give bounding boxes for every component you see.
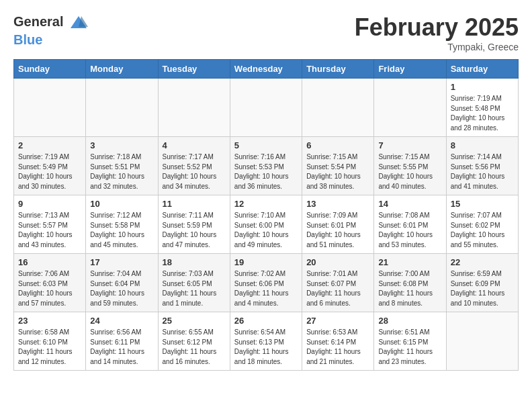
day-number: 27 xyxy=(306,316,369,326)
day-info: Sunrise: 7:12 AM Sunset: 5:58 PM Dayligh… xyxy=(90,211,153,250)
day-number: 12 xyxy=(234,199,298,209)
day-info: Sunrise: 7:17 AM Sunset: 5:52 PM Dayligh… xyxy=(163,152,226,191)
calendar-day-cell: 10Sunrise: 7:12 AM Sunset: 5:58 PM Dayli… xyxy=(86,195,158,254)
logo: General Blue xyxy=(13,13,88,47)
day-info: Sunrise: 7:19 AM Sunset: 5:48 PM Dayligh… xyxy=(451,94,514,133)
day-info: Sunrise: 7:15 AM Sunset: 5:54 PM Dayligh… xyxy=(306,152,369,191)
calendar-table: SundayMondayTuesdayWednesdayThursdayFrid… xyxy=(13,59,519,371)
weekday-header: Saturday xyxy=(446,60,518,79)
day-number: 14 xyxy=(378,199,441,209)
day-number: 6 xyxy=(306,140,369,150)
weekday-header: Monday xyxy=(86,60,158,79)
day-number: 9 xyxy=(18,199,81,209)
logo-icon xyxy=(69,13,88,32)
calendar-day-cell: 18Sunrise: 7:03 AM Sunset: 6:05 PM Dayli… xyxy=(158,254,230,312)
calendar-week-row: 16Sunrise: 7:06 AM Sunset: 6:03 PM Dayli… xyxy=(14,254,519,312)
calendar-week-row: 9Sunrise: 7:13 AM Sunset: 5:57 PM Daylig… xyxy=(14,195,519,254)
calendar-day-cell: 2Sunrise: 7:19 AM Sunset: 5:49 PM Daylig… xyxy=(14,137,86,195)
day-info: Sunrise: 7:09 AM Sunset: 6:01 PM Dayligh… xyxy=(306,211,369,250)
calendar-day-cell xyxy=(230,79,302,137)
day-info: Sunrise: 7:02 AM Sunset: 6:06 PM Dayligh… xyxy=(234,269,298,308)
calendar-day-cell xyxy=(86,79,158,137)
calendar-day-cell: 21Sunrise: 7:00 AM Sunset: 6:08 PM Dayli… xyxy=(374,254,446,312)
weekday-header: Tuesday xyxy=(158,60,230,79)
day-info: Sunrise: 7:18 AM Sunset: 5:51 PM Dayligh… xyxy=(90,152,153,191)
calendar-day-cell: 14Sunrise: 7:08 AM Sunset: 6:01 PM Dayli… xyxy=(374,195,446,254)
day-info: Sunrise: 6:53 AM Sunset: 6:14 PM Dayligh… xyxy=(306,328,369,367)
calendar-day-cell: 11Sunrise: 7:11 AM Sunset: 5:59 PM Dayli… xyxy=(158,195,230,254)
calendar-day-cell: 6Sunrise: 7:15 AM Sunset: 5:54 PM Daylig… xyxy=(302,137,374,195)
calendar-day-cell: 7Sunrise: 7:15 AM Sunset: 5:55 PM Daylig… xyxy=(374,137,446,195)
day-number: 16 xyxy=(18,257,81,267)
calendar-day-cell xyxy=(158,79,230,137)
day-number: 15 xyxy=(451,199,514,209)
calendar-day-cell: 13Sunrise: 7:09 AM Sunset: 6:01 PM Dayli… xyxy=(302,195,374,254)
location: Tympaki, Greece xyxy=(355,42,519,52)
calendar-day-cell: 4Sunrise: 7:17 AM Sunset: 5:52 PM Daylig… xyxy=(158,137,230,195)
day-number: 8 xyxy=(451,140,514,150)
calendar-day-cell: 20Sunrise: 7:01 AM Sunset: 6:07 PM Dayli… xyxy=(302,254,374,312)
weekday-header: Friday xyxy=(374,60,446,79)
logo-general: General xyxy=(13,13,88,32)
day-number: 26 xyxy=(234,316,298,326)
day-number: 10 xyxy=(90,199,153,209)
weekday-header: Wednesday xyxy=(230,60,302,79)
day-info: Sunrise: 7:13 AM Sunset: 5:57 PM Dayligh… xyxy=(18,211,81,250)
calendar-day-cell: 22Sunrise: 6:59 AM Sunset: 6:09 PM Dayli… xyxy=(446,254,518,312)
calendar-day-cell xyxy=(446,312,518,371)
day-info: Sunrise: 7:15 AM Sunset: 5:55 PM Dayligh… xyxy=(378,152,441,191)
day-number: 5 xyxy=(234,140,298,150)
day-info: Sunrise: 6:51 AM Sunset: 6:15 PM Dayligh… xyxy=(378,328,441,367)
svg-marker-1 xyxy=(79,16,88,27)
day-info: Sunrise: 6:59 AM Sunset: 6:09 PM Dayligh… xyxy=(451,269,514,308)
calendar-day-cell: 9Sunrise: 7:13 AM Sunset: 5:57 PM Daylig… xyxy=(14,195,86,254)
day-info: Sunrise: 7:10 AM Sunset: 6:00 PM Dayligh… xyxy=(234,211,298,250)
day-number: 3 xyxy=(90,140,153,150)
day-info: Sunrise: 6:56 AM Sunset: 6:11 PM Dayligh… xyxy=(90,328,153,367)
day-info: Sunrise: 7:08 AM Sunset: 6:01 PM Dayligh… xyxy=(378,211,441,250)
day-info: Sunrise: 7:16 AM Sunset: 5:53 PM Dayligh… xyxy=(234,152,298,191)
day-number: 20 xyxy=(306,257,369,267)
calendar-header-row: SundayMondayTuesdayWednesdayThursdayFrid… xyxy=(14,60,519,79)
logo-blue: Blue xyxy=(13,32,88,47)
calendar-day-cell xyxy=(14,79,86,137)
calendar-day-cell: 3Sunrise: 7:18 AM Sunset: 5:51 PM Daylig… xyxy=(86,137,158,195)
day-number: 19 xyxy=(234,257,298,267)
day-number: 28 xyxy=(378,316,441,326)
calendar-day-cell: 19Sunrise: 7:02 AM Sunset: 6:06 PM Dayli… xyxy=(230,254,302,312)
weekday-header: Sunday xyxy=(14,60,86,79)
calendar-day-cell: 12Sunrise: 7:10 AM Sunset: 6:00 PM Dayli… xyxy=(230,195,302,254)
day-number: 7 xyxy=(378,140,441,150)
day-number: 1 xyxy=(451,82,514,92)
day-number: 24 xyxy=(90,316,153,326)
calendar-week-row: 2Sunrise: 7:19 AM Sunset: 5:49 PM Daylig… xyxy=(14,137,519,195)
calendar-day-cell: 8Sunrise: 7:14 AM Sunset: 5:56 PM Daylig… xyxy=(446,137,518,195)
calendar-day-cell: 28Sunrise: 6:51 AM Sunset: 6:15 PM Dayli… xyxy=(374,312,446,371)
calendar-day-cell: 16Sunrise: 7:06 AM Sunset: 6:03 PM Dayli… xyxy=(14,254,86,312)
title-block: February 2025 Tympaki, Greece xyxy=(355,13,519,52)
day-info: Sunrise: 7:07 AM Sunset: 6:02 PM Dayligh… xyxy=(451,211,514,250)
day-number: 4 xyxy=(163,140,226,150)
day-info: Sunrise: 7:00 AM Sunset: 6:08 PM Dayligh… xyxy=(378,269,441,308)
calendar-day-cell: 24Sunrise: 6:56 AM Sunset: 6:11 PM Dayli… xyxy=(86,312,158,371)
calendar-week-row: 23Sunrise: 6:58 AM Sunset: 6:10 PM Dayli… xyxy=(14,312,519,371)
day-info: Sunrise: 7:19 AM Sunset: 5:49 PM Dayligh… xyxy=(18,152,81,191)
day-number: 11 xyxy=(163,199,226,209)
month-title: February 2025 xyxy=(355,13,519,42)
day-info: Sunrise: 7:03 AM Sunset: 6:05 PM Dayligh… xyxy=(163,269,226,308)
calendar-day-cell: 5Sunrise: 7:16 AM Sunset: 5:53 PM Daylig… xyxy=(230,137,302,195)
day-number: 23 xyxy=(18,316,81,326)
day-number: 13 xyxy=(306,199,369,209)
day-number: 2 xyxy=(18,140,81,150)
day-info: Sunrise: 7:14 AM Sunset: 5:56 PM Dayligh… xyxy=(451,152,514,191)
calendar-day-cell: 26Sunrise: 6:54 AM Sunset: 6:13 PM Dayli… xyxy=(230,312,302,371)
day-number: 21 xyxy=(378,257,441,267)
page-header: General Blue February 2025 Tympaki, Gree… xyxy=(13,13,519,52)
day-number: 17 xyxy=(90,257,153,267)
day-number: 22 xyxy=(451,257,514,267)
calendar-day-cell: 15Sunrise: 7:07 AM Sunset: 6:02 PM Dayli… xyxy=(446,195,518,254)
calendar-day-cell xyxy=(374,79,446,137)
calendar-day-cell xyxy=(302,79,374,137)
calendar-day-cell: 27Sunrise: 6:53 AM Sunset: 6:14 PM Dayli… xyxy=(302,312,374,371)
day-number: 18 xyxy=(163,257,226,267)
